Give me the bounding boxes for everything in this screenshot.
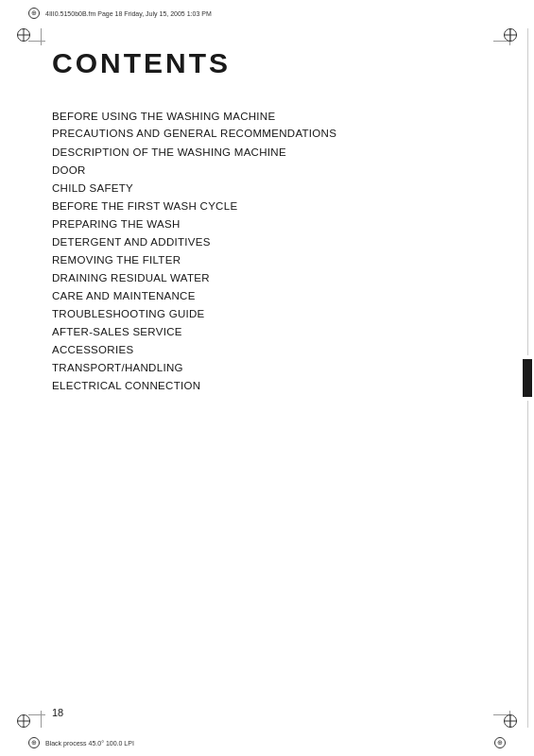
footer-text: Black process 45.0° 100.0 LPI [45,740,134,747]
registration-mark-header: ⊕ [28,8,40,19]
toc-item: TRANSPORT/HANDLING [52,359,501,377]
vline-top-left [41,28,42,45]
header-left: ⊕ 4III0.5150b0B.fm Page 18 Friday, July … [28,8,212,19]
toc-item: DRAINING RESIDUAL WATER [52,269,501,287]
corner-mark-tr [504,28,517,42]
corner-mark-bl [17,714,30,728]
toc-item: PREPARING THE WASH [52,215,501,233]
footer-left: ⊕ Black process 45.0° 100.0 LPI [28,737,134,748]
hline-bot-left [28,714,45,715]
corner-mark-br [504,714,517,728]
header-bar: ⊕ 4III0.5150b0B.fm Page 18 Friday, July … [28,8,506,19]
toc-item: AFTER-SALES SERVICE [52,323,501,341]
toc-item: DETERGENT AND ADDITIVES [52,233,501,251]
toc-item: REMOVING THE FILTER [52,251,501,269]
vline-bot-left [41,711,42,728]
right-sidebar [521,28,534,728]
registration-mark-footer: ⊕ [28,737,40,748]
toc-item: TROUBLESHOOTING GUIDE [52,305,501,323]
toc-item: DESCRIPTION OF THE WASHING MACHINE [52,144,501,162]
toc-item: CARE AND MAINTENANCE [52,287,501,305]
toc-list: BEFORE USING THE WASHING MACHINEPRECAUTI… [52,108,501,395]
toc-item: DOOR [52,162,501,180]
page: ⊕ 4III0.5150b0B.fm Page 18 Friday, July … [0,0,534,756]
page-number: 18 [52,707,63,718]
page-title: CONTENTS [52,47,501,79]
sidebar-black-block [523,359,532,397]
hline-top-left [28,41,45,42]
sidebar-line-top [527,28,528,355]
toc-item: PRECAUTIONS AND GENERAL RECOMMENDATIONS [52,126,501,142]
header-file-info: 4III0.5150b0B.fm Page 18 Friday, July 15… [45,10,212,17]
corner-mark-tl [17,28,30,42]
toc-item: ELECTRICAL CONNECTION [52,377,501,395]
registration-mark-footer-right: ⊕ [494,737,506,748]
content-area: CONTENTS BEFORE USING THE WASHING MACHIN… [52,47,501,699]
footer-bar: ⊕ Black process 45.0° 100.0 LPI ⊕ [28,737,506,748]
toc-item: CHILD SAFETY [52,180,501,198]
toc-item: ACCESSORIES [52,341,501,359]
sidebar-line-bottom [527,401,528,728]
toc-item: BEFORE THE FIRST WASH CYCLE [52,198,501,215]
toc-item: BEFORE USING THE WASHING MACHINE [52,108,501,126]
